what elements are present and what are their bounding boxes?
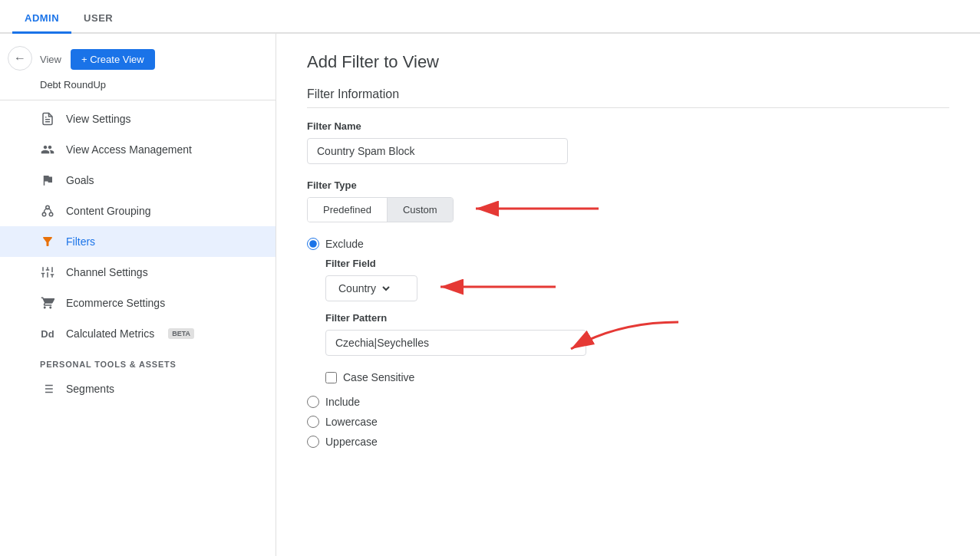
tab-admin[interactable]: ADMIN (12, 5, 71, 34)
sidebar-item-label-goals: Goals (66, 174, 94, 186)
case-sensitive-checkbox[interactable] (325, 372, 337, 383)
sidebar-item-label-channel-settings: Channel Settings (66, 266, 148, 278)
filter-type-toggle: Predefined Custom (307, 197, 454, 222)
filter-type-group: Filter Type Predefined Custom (307, 179, 949, 222)
tab-user[interactable]: USER (71, 5, 125, 34)
sidebar: ← View + Create View Debt RoundUp View S… (0, 34, 276, 556)
exclude-radio[interactable] (307, 238, 319, 250)
filter-field-select[interactable]: Country (335, 281, 392, 295)
sidebar-item-segments[interactable]: Segments (0, 373, 276, 404)
view-label: View (40, 54, 61, 65)
personal-tools-header: PERSONAL TOOLS & ASSETS (0, 349, 276, 373)
people-icon (40, 142, 55, 157)
back-button[interactable]: ← (8, 46, 32, 71)
sidebar-item-label-view-settings: View Settings (66, 113, 131, 125)
exclude-option: Exclude (307, 238, 949, 250)
filter-icon (40, 234, 55, 249)
beta-badge: BETA (168, 328, 194, 339)
include-radio[interactable] (307, 396, 319, 408)
page-title: Add Filter to View (307, 52, 949, 72)
filter-pattern-label: Filter Pattern (325, 312, 949, 324)
uppercase-radio[interactable] (307, 436, 319, 448)
filter-field-section: Filter Field Country (325, 258, 949, 383)
filter-name-input[interactable] (307, 138, 568, 164)
cart-icon (40, 295, 55, 311)
filter-type-label: Filter Type (307, 179, 949, 191)
sidebar-item-goals[interactable]: Goals (0, 165, 276, 196)
include-label: Include (325, 396, 360, 408)
dd-icon: Dd (40, 326, 55, 341)
top-nav: ADMIN USER (0, 0, 980, 34)
uppercase-label: Uppercase (325, 436, 378, 448)
section-title: Filter Information (307, 87, 949, 108)
sidebar-item-label-segments: Segments (66, 383, 114, 395)
create-view-button[interactable]: + Create View (71, 49, 155, 70)
view-name: Debt RoundUp (0, 76, 276, 100)
view-bar: View + Create View (0, 43, 276, 76)
exclude-label: Exclude (325, 238, 364, 250)
lowercase-radio[interactable] (307, 416, 319, 428)
case-sensitive-group: Case Sensitive (325, 371, 949, 383)
case-sensitive-label: Case Sensitive (343, 371, 414, 383)
lowercase-label: Lowercase (325, 416, 378, 428)
sidebar-item-label-content-grouping: Content Grouping (66, 205, 151, 217)
filter-field-label: Filter Field (325, 258, 949, 269)
sidebar-item-calculated-metrics[interactable]: Dd Calculated Metrics BETA (0, 318, 276, 349)
filter-pattern-group: Filter Pattern (325, 312, 949, 356)
sliders-icon (40, 265, 55, 280)
arrow-custom (460, 189, 614, 228)
custom-button[interactable]: Custom (388, 198, 453, 222)
svg-point-3 (49, 212, 53, 216)
sidebar-item-label-filters: Filters (66, 235, 95, 248)
flag-icon (40, 173, 55, 188)
fork-icon (40, 203, 55, 219)
main-content: Add Filter to View Filter Information Fi… (276, 34, 980, 556)
predefined-button[interactable]: Predefined (308, 198, 388, 222)
arrow-country (425, 271, 563, 302)
sidebar-item-label-view-access: View Access Management (66, 143, 192, 156)
sidebar-item-label-calculated-metrics: Calculated Metrics (66, 327, 154, 340)
sidebar-item-label-ecommerce-settings: Ecommerce Settings (66, 297, 165, 309)
sidebar-item-ecommerce-settings[interactable]: Ecommerce Settings (0, 288, 276, 318)
include-option: Include (307, 396, 949, 408)
sidebar-item-view-access-management[interactable]: View Access Management (0, 134, 276, 165)
sidebar-item-filters[interactable]: Filters (0, 226, 276, 257)
uppercase-option: Uppercase (307, 436, 949, 448)
exclude-group: Exclude Filter Field Country (307, 238, 949, 448)
sidebar-item-content-grouping[interactable]: Content Grouping (0, 196, 276, 226)
filter-name-label: Filter Name (307, 120, 949, 132)
filter-field-dropdown[interactable]: Country (325, 275, 417, 301)
filter-name-group: Filter Name (307, 120, 949, 164)
list-icon (40, 381, 55, 396)
sidebar-item-view-settings[interactable]: View Settings (0, 104, 276, 134)
doc-icon (40, 111, 55, 127)
lowercase-option: Lowercase (307, 416, 949, 428)
filter-pattern-input[interactable] (325, 330, 586, 356)
layout: ← View + Create View Debt RoundUp View S… (0, 34, 980, 556)
svg-point-2 (42, 212, 46, 216)
sidebar-item-channel-settings[interactable]: Channel Settings (0, 257, 276, 288)
